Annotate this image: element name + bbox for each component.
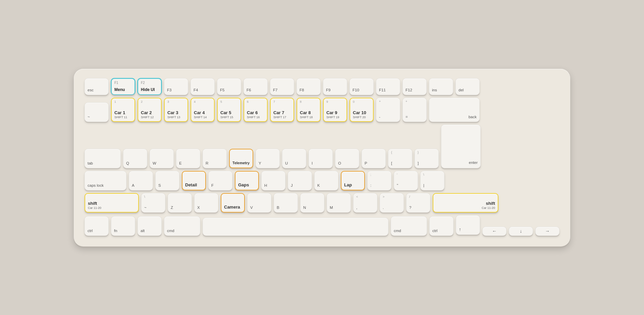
key-b[interactable]: B: [274, 193, 298, 213]
key-1[interactable]: 1 Car 1 SHIFT 11: [111, 98, 135, 122]
key-s[interactable]: S: [155, 171, 179, 190]
key-equals[interactable]: + =: [402, 98, 427, 122]
keyboard: esc F1 Menu F2 Hide UI F3 F4 F5 F6: [74, 69, 570, 246]
key-f9[interactable]: F9: [323, 78, 347, 95]
key-j[interactable]: J: [288, 171, 312, 190]
key-d[interactable]: Detail: [182, 171, 206, 190]
key-rbracket[interactable]: } ]: [415, 149, 439, 168]
key-f3[interactable]: F3: [164, 78, 188, 95]
zxcv-row: shift Car 11-20 \ ~ Z X Camera V B: [85, 193, 559, 213]
key-ins[interactable]: ins: [429, 78, 453, 95]
key-tab[interactable]: tab: [85, 149, 121, 168]
key-m[interactable]: M: [327, 193, 351, 213]
key-arrow-down[interactable]: ↓: [509, 227, 533, 236]
key-fn[interactable]: fn: [111, 216, 135, 236]
key-f11[interactable]: F11: [376, 78, 400, 95]
key-o[interactable]: O: [335, 149, 359, 168]
key-0[interactable]: 0 Car 10 SHIFT 20: [350, 98, 374, 122]
key-arrow-left[interactable]: ←: [482, 227, 506, 236]
key-r[interactable]: R: [203, 149, 227, 168]
key-4[interactable]: 4 Car 4 SHIFT 14: [191, 98, 215, 122]
key-cmd-right[interactable]: cmd: [391, 216, 427, 236]
key-3[interactable]: 3 Car 3 SHIFT 13: [164, 98, 188, 122]
key-alt[interactable]: alt: [138, 216, 162, 236]
key-f10[interactable]: F10: [350, 78, 374, 95]
key-backslash[interactable]: \ |: [420, 171, 444, 190]
key-7[interactable]: 7 Car 7 SHIFT 17: [270, 98, 294, 122]
key-z[interactable]: Z: [168, 193, 192, 213]
key-tilde[interactable]: ~: [85, 102, 109, 122]
key-a[interactable]: A: [129, 171, 153, 190]
key-h[interactable]: H: [261, 171, 285, 190]
key-v[interactable]: V: [247, 193, 271, 213]
key-f2[interactable]: F2 Hide UI: [138, 78, 162, 95]
bottom-row: ctrl fn alt cmd cmd ctrl ↑: [85, 215, 559, 236]
key-esc[interactable]: esc: [85, 78, 109, 95]
key-f5[interactable]: F5: [217, 78, 241, 95]
key-q[interactable]: Q: [123, 149, 147, 168]
key-x[interactable]: X: [194, 193, 218, 213]
key-y[interactable]: Y: [256, 149, 280, 168]
key-f12[interactable]: F12: [402, 78, 427, 95]
key-del[interactable]: del: [455, 78, 480, 95]
key-c[interactable]: Camera: [221, 193, 245, 213]
key-minus[interactable]: + -: [376, 98, 400, 122]
asdf-row: caps lock A S Detail F Gaps H J: [85, 171, 559, 190]
key-i[interactable]: I: [309, 149, 333, 168]
key-caps[interactable]: caps lock: [85, 171, 126, 190]
key-back[interactable]: back: [429, 98, 480, 122]
key-f7[interactable]: F7: [270, 78, 294, 95]
key-f8[interactable]: F8: [297, 78, 321, 95]
key-lbracket[interactable]: { [: [388, 149, 412, 168]
fn-row: esc F1 Menu F2 Hide UI F3 F4 F5 F6: [85, 78, 559, 95]
key-ctrl-right[interactable]: ctrl: [429, 216, 453, 236]
key-5[interactable]: 5 Car 5 SHIFT 15: [217, 98, 241, 122]
key-arrow-up[interactable]: ↑: [456, 215, 480, 235]
key-semicolon[interactable]: ; :: [367, 171, 391, 190]
key-9[interactable]: 9 Car 9 SHIFT 19: [323, 98, 347, 122]
key-l[interactable]: Lap: [341, 171, 365, 190]
key-rshift[interactable]: shift Car 11-20: [433, 193, 498, 213]
key-6[interactable]: 6 Car 6 SHIFT 16: [244, 98, 268, 122]
key-period[interactable]: > .: [380, 193, 404, 213]
key-w[interactable]: W: [150, 149, 174, 168]
key-f[interactable]: F: [208, 171, 232, 190]
keyboard-inner: esc F1 Menu F2 Hide UI F3 F4 F5 F6: [85, 78, 559, 236]
key-e[interactable]: E: [176, 149, 200, 168]
key-bslash2[interactable]: \ ~: [141, 193, 165, 213]
key-arrow-right[interactable]: →: [535, 227, 559, 236]
key-cmd-left[interactable]: cmd: [164, 216, 200, 236]
key-f1[interactable]: F1 Menu: [111, 78, 135, 95]
key-ctrl-left[interactable]: ctrl: [85, 216, 109, 236]
key-t[interactable]: Telemetry: [229, 149, 253, 168]
key-enter[interactable]: enter: [441, 125, 481, 168]
key-2[interactable]: 2 Car 2 SHIFT 12: [138, 98, 162, 122]
key-p[interactable]: P: [362, 149, 386, 168]
key-f6[interactable]: F6: [244, 78, 268, 95]
key-slash[interactable]: / ?: [406, 193, 430, 213]
key-u[interactable]: U: [282, 149, 306, 168]
key-k[interactable]: K: [314, 171, 338, 190]
key-comma[interactable]: < ,: [353, 193, 377, 213]
key-g[interactable]: Gaps: [235, 171, 259, 190]
key-f4[interactable]: F4: [191, 78, 215, 95]
number-row: ~ 1 Car 1 SHIFT 11 2 Car 2 SHIFT 12 3 Ca…: [85, 98, 559, 122]
key-8[interactable]: 8 Car 8 SHIFT 18: [297, 98, 321, 122]
key-lshift[interactable]: shift Car 11-20: [85, 193, 139, 213]
key-n[interactable]: N: [300, 193, 324, 213]
key-space[interactable]: [203, 218, 388, 236]
key-quote[interactable]: ' ": [394, 171, 418, 190]
qwerty-row: tab Q W E R Telemetry Y U: [85, 125, 559, 168]
